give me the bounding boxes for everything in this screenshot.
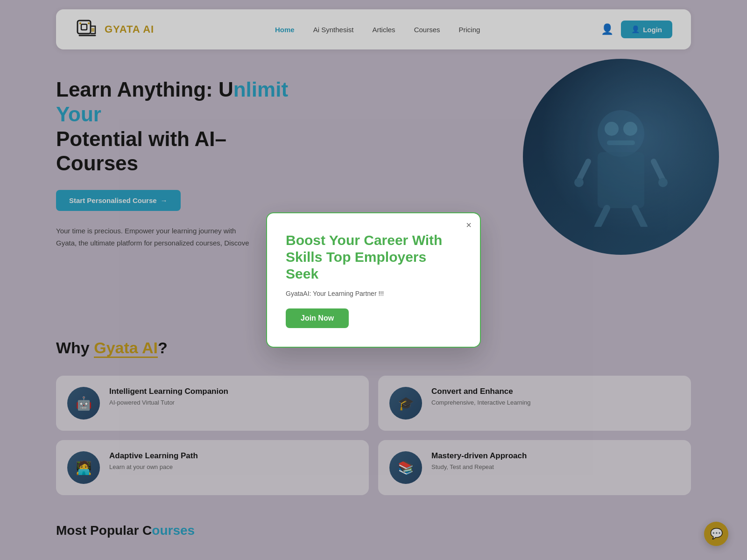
modal-overlay[interactable]: × Boost Your Career With Skills Top Empl…	[0, 0, 747, 560]
modal-subtitle: GyataAI: Your Learning Partner !!!	[286, 290, 461, 297]
modal-title: Boost Your Career With Skills Top Employ…	[286, 232, 461, 282]
modal: × Boost Your Career With Skills Top Empl…	[266, 212, 481, 348]
modal-close-button[interactable]: ×	[466, 220, 472, 231]
modal-join-button[interactable]: Join Now	[286, 308, 349, 328]
